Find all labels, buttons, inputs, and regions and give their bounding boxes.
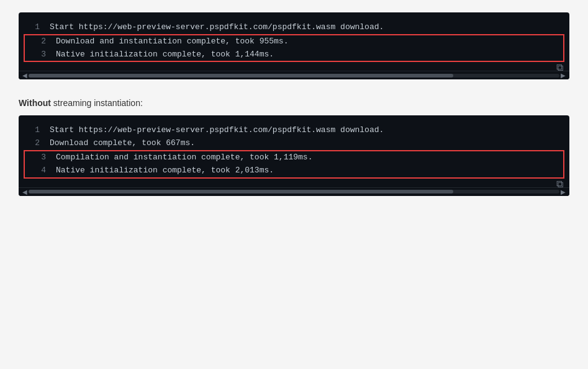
label-bold-2: Without: [19, 98, 51, 108]
line-number: 3: [25, 151, 56, 164]
line-number: 4: [25, 164, 56, 177]
label-2: Without streaming instantiation:: [19, 98, 569, 108]
line-content: Native initialization complete, took 1,1…: [56, 48, 563, 61]
scrollbar-thumb-1: [29, 74, 453, 78]
line-content: Start https://web-preview-server.pspdfki…: [50, 21, 569, 34]
section-2: 1Start https://web-preview-server.pspdfk…: [19, 115, 569, 195]
line-number: 2: [25, 35, 56, 48]
code-line: 2Download and instantiation complete, to…: [25, 35, 563, 48]
line-number: 2: [19, 137, 50, 150]
line-number: 1: [19, 21, 50, 34]
code-line: 1Start https://web-preview-server.pspdfk…: [19, 21, 569, 34]
code-line: 1Start https://web-preview-server.pspdfk…: [19, 124, 569, 137]
label-rest-2: streaming instantiation:: [51, 98, 143, 108]
code-block-1: 1Start https://web-preview-server.pspdfk…: [19, 12, 569, 79]
copy-icon-2[interactable]: ⧉: [556, 179, 563, 190]
scrollbar-track-1[interactable]: [29, 74, 559, 78]
code-block-2: 1Start https://web-preview-server.pspdfk…: [19, 115, 569, 195]
line-content: Compilation and instantiation complete, …: [56, 151, 563, 164]
code-lines-1: 1Start https://web-preview-server.pspdfk…: [19, 12, 569, 71]
code-line: 2Download complete, took 667ms.: [19, 137, 569, 150]
line-content: Download complete, took 667ms.: [50, 137, 569, 150]
scroll-left-1[interactable]: ◀: [21, 72, 29, 79]
code-lines-2: 1Start https://web-preview-server.pspdfk…: [19, 115, 569, 187]
line-number: 1: [19, 124, 50, 137]
page-content: 1Start https://web-preview-server.pspdfk…: [19, 12, 569, 196]
scrollbar-2[interactable]: ◀ ▶: [19, 187, 569, 196]
copy-icon-1[interactable]: ⧉: [556, 62, 563, 73]
line-number: 3: [25, 48, 56, 61]
code-line: 3Compilation and instantiation complete,…: [25, 151, 563, 164]
section-1: 1Start https://web-preview-server.pspdfk…: [19, 12, 569, 79]
code-line: 4Native initialization complete, took 2,…: [25, 164, 563, 177]
scrollbar-track-2[interactable]: [29, 190, 559, 193]
scroll-left-2[interactable]: ◀: [21, 189, 29, 195]
line-content: Download and instantiation complete, too…: [56, 35, 563, 48]
code-line: 3Native initialization complete, took 1,…: [25, 48, 563, 61]
scrollbar-thumb-2: [29, 190, 453, 193]
line-content: Start https://web-preview-server.pspdfki…: [50, 124, 569, 137]
line-content: Native initialization complete, took 2,0…: [56, 164, 563, 177]
scrollbar-1[interactable]: ◀ ▶: [19, 71, 569, 79]
